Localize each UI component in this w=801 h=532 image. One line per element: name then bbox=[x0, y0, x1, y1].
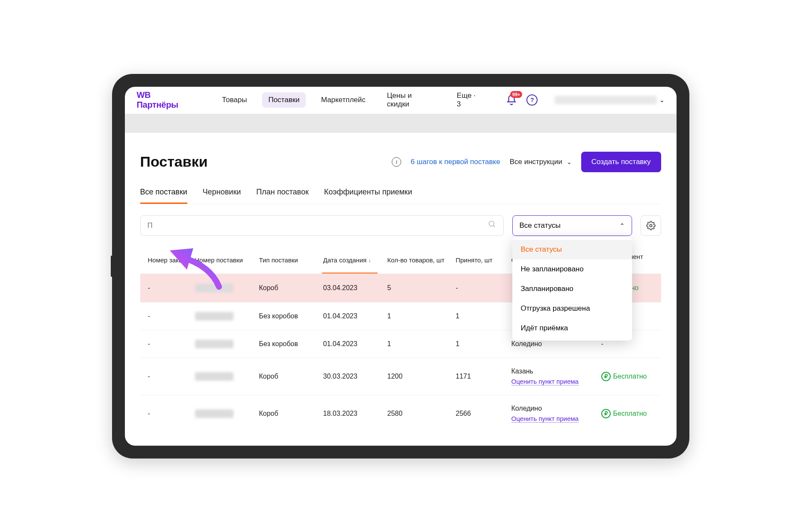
help-icon[interactable]: ? bbox=[526, 94, 538, 106]
instructions-label: Все инструкции bbox=[510, 158, 562, 166]
cell-type: Без коробов bbox=[259, 340, 323, 348]
cell-date: 01.04.2023 bbox=[323, 312, 387, 320]
column-header-1[interactable]: Номер поставки bbox=[195, 256, 259, 264]
cell-order: - bbox=[148, 373, 195, 380]
status-option-4[interactable]: Идёт приёмка bbox=[512, 318, 632, 338]
column-header-3[interactable]: Дата создания bbox=[323, 256, 387, 264]
cell-supply-number bbox=[195, 312, 234, 320]
rate-link[interactable]: Оценить пункт приема bbox=[511, 415, 579, 423]
status-option-0[interactable]: Все статусы bbox=[512, 240, 632, 259]
cell-type: Без коробов bbox=[259, 312, 323, 320]
cell-warehouse: КолединоОценить пункт приема bbox=[511, 405, 601, 423]
cell-coef: - bbox=[601, 340, 670, 348]
status-filter-dropdown[interactable]: Все статусы ⌃ Все статусыНе запланирован… bbox=[512, 215, 632, 236]
cell-supply-number bbox=[195, 284, 234, 292]
create-supply-button[interactable]: Создать поставку bbox=[581, 152, 661, 172]
sub-header-strip bbox=[125, 114, 677, 133]
ruble-icon: ₽ bbox=[601, 409, 611, 418]
cell-accepted: 1 bbox=[456, 340, 511, 348]
filter-row: Все статусы ⌃ Все статусыНе запланирован… bbox=[140, 215, 661, 236]
page-header: Поставки i 6 шагов к первой поставке Все… bbox=[140, 152, 661, 172]
search-input[interactable] bbox=[140, 215, 504, 236]
tab-1[interactable]: Черновики bbox=[203, 188, 241, 204]
chevron-down-icon: ⌄ bbox=[659, 97, 665, 103]
cell-coef: ₽Бесплатно bbox=[601, 372, 670, 381]
cell-order: - bbox=[148, 340, 195, 348]
cell-date: 30.03.2023 bbox=[323, 373, 387, 380]
cell-type: Короб bbox=[259, 373, 323, 380]
search-icon bbox=[488, 220, 497, 231]
cell-qty: 1200 bbox=[387, 373, 456, 380]
cell-coef: ₽Бесплатно bbox=[601, 409, 670, 418]
tab-2[interactable]: План поставок bbox=[256, 188, 308, 204]
status-option-2[interactable]: Запланировано bbox=[512, 279, 632, 299]
page-content: Поставки i 6 шагов к первой поставке Все… bbox=[125, 133, 677, 432]
settings-button[interactable] bbox=[641, 215, 661, 236]
cell-supply-number bbox=[195, 340, 234, 348]
column-header-2[interactable]: Тип поставки bbox=[259, 256, 323, 264]
cell-date: 18.03.2023 bbox=[323, 410, 387, 417]
cell-warehouse: КазаньОценить пункт приема bbox=[511, 367, 601, 385]
page-title: Поставки bbox=[140, 153, 383, 170]
nav-item-3[interactable]: Цены и скидки bbox=[381, 88, 441, 112]
cell-qty: 5 bbox=[387, 284, 456, 292]
cell-type: Короб bbox=[259, 284, 323, 292]
nav-item-0[interactable]: Товары bbox=[216, 92, 253, 108]
cell-accepted: 2566 bbox=[456, 410, 511, 417]
status-option-3[interactable]: Отгрузка разрешена bbox=[512, 299, 632, 318]
cell-accepted: - bbox=[456, 284, 511, 292]
cell-date: 03.04.2023 bbox=[323, 284, 387, 292]
ruble-icon: ₽ bbox=[601, 372, 611, 381]
cell-accepted: 1171 bbox=[456, 373, 511, 380]
cell-supply-number bbox=[195, 372, 234, 381]
tab-0[interactable]: Все поставки bbox=[140, 188, 187, 204]
nav-item-2[interactable]: Маркетплейс bbox=[315, 92, 372, 108]
rate-link[interactable]: Оценить пункт приема bbox=[511, 378, 579, 385]
bell-icon[interactable]: 99+ bbox=[506, 94, 517, 106]
chevron-down-icon: ⌄ bbox=[567, 159, 572, 165]
cell-order: - bbox=[148, 312, 195, 320]
screen: WB Партнёры ТоварыПоставкиМаркетплейсЦен… bbox=[125, 87, 677, 446]
status-dropdown-panel: Все статусыНе запланированоЗапланировано… bbox=[512, 237, 632, 341]
cell-type: Короб bbox=[259, 410, 323, 417]
cell-warehouse: Коледино bbox=[511, 340, 601, 348]
cell-qty: 2580 bbox=[387, 410, 456, 417]
instructions-dropdown[interactable]: Все инструкции ⌄ bbox=[510, 158, 572, 166]
svg-point-1 bbox=[650, 224, 652, 227]
table-row[interactable]: -Короб18.03.202325802566КолединоОценить … bbox=[140, 395, 661, 432]
tabs: Все поставкиЧерновикиПлан поставокКоэффи… bbox=[140, 188, 661, 204]
search-field[interactable] bbox=[148, 221, 488, 230]
svg-point-0 bbox=[489, 221, 494, 226]
top-nav: WB Партнёры ТоварыПоставкиМаркетплейсЦен… bbox=[125, 87, 677, 114]
cell-date: 01.04.2023 bbox=[323, 340, 387, 348]
status-option-1[interactable]: Не запланировано bbox=[512, 259, 632, 279]
tablet-frame: WB Партнёры ТоварыПоставкиМаркетплейсЦен… bbox=[112, 74, 689, 459]
tab-3[interactable]: Коэффициенты приемки bbox=[324, 188, 412, 204]
info-icon[interactable]: i bbox=[392, 157, 401, 167]
cell-order: - bbox=[148, 284, 195, 292]
status-filter-label: Все статусы bbox=[520, 221, 561, 230]
cell-supply-number bbox=[195, 409, 234, 418]
cell-qty: 1 bbox=[387, 312, 456, 320]
column-header-5[interactable]: Принято, шт bbox=[456, 256, 511, 264]
logo[interactable]: WB Партнёры bbox=[137, 90, 194, 110]
table-row[interactable]: -Короб30.03.202312001171КазаньОценить пу… bbox=[140, 358, 661, 395]
nav-item-1[interactable]: Поставки bbox=[262, 92, 305, 108]
user-menu[interactable]: ⌄ bbox=[555, 95, 664, 105]
nav-item-4[interactable]: Еще · 3 bbox=[451, 88, 487, 112]
cell-order: - bbox=[148, 410, 195, 417]
cell-accepted: 1 bbox=[456, 312, 511, 320]
column-header-4[interactable]: Кол-во товаров, шт bbox=[387, 256, 456, 264]
cell-qty: 1 bbox=[387, 340, 456, 348]
steps-link[interactable]: 6 шагов к первой поставке bbox=[411, 158, 500, 166]
notification-badge: 99+ bbox=[510, 91, 523, 98]
column-header-0[interactable]: Номер заказа bbox=[148, 256, 195, 264]
chevron-up-icon: ⌃ bbox=[620, 222, 625, 229]
